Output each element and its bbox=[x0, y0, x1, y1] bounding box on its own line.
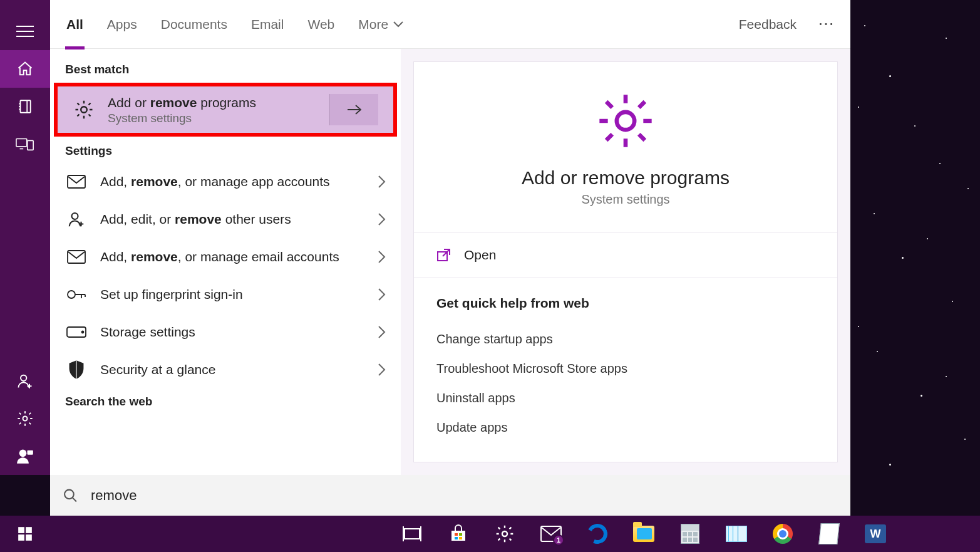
edge-browser-icon[interactable] bbox=[586, 523, 609, 545]
storage-icon bbox=[65, 321, 88, 343]
result-add-remove-programs[interactable]: Add or remove programs System settings bbox=[58, 86, 393, 133]
tab-all[interactable]: All bbox=[65, 13, 85, 36]
start-search-panel: All Apps Documents Email Web More Feedba… bbox=[0, 0, 850, 475]
feedback-link[interactable]: Feedback bbox=[739, 17, 797, 32]
settings-result-2[interactable]: Add, remove, or manage email accounts bbox=[50, 238, 401, 276]
preview-subtitle: System settings bbox=[581, 192, 669, 207]
rail-devices-button[interactable] bbox=[0, 125, 50, 163]
help-link-3[interactable]: Update apps bbox=[436, 413, 815, 442]
svg-rect-20 bbox=[26, 534, 32, 541]
chevron-down-icon bbox=[393, 21, 403, 28]
svg-point-4 bbox=[23, 417, 28, 421]
svg-point-3 bbox=[21, 375, 26, 381]
preview-card: Add or remove programs System settings O… bbox=[413, 61, 838, 462]
preview-help-header: Get quick help from web bbox=[436, 296, 815, 311]
rail-notebook-button[interactable] bbox=[0, 88, 50, 125]
svg-point-5 bbox=[19, 450, 27, 457]
search-icon bbox=[63, 487, 78, 504]
preview-open-action[interactable]: Open bbox=[414, 232, 837, 278]
word-app-icon[interactable]: W bbox=[864, 523, 887, 545]
settings-result-5[interactable]: Security at a glance bbox=[50, 351, 401, 388]
svg-point-13 bbox=[82, 331, 84, 333]
result-subtitle: System settings bbox=[108, 112, 317, 125]
search-input-bar[interactable] bbox=[50, 475, 850, 516]
useradd-icon bbox=[65, 208, 88, 231]
svg-point-7 bbox=[81, 107, 87, 113]
help-link-2[interactable]: Uninstall apps bbox=[436, 383, 815, 413]
result-title: Add or remove programs bbox=[108, 94, 317, 112]
more-options-button[interactable]: ⋯ bbox=[818, 14, 835, 34]
settings-app-icon[interactable] bbox=[493, 523, 516, 545]
search-side-rail bbox=[0, 0, 50, 475]
svg-point-14 bbox=[617, 112, 634, 130]
svg-rect-22 bbox=[455, 533, 458, 536]
svg-rect-19 bbox=[18, 534, 24, 541]
preview-hero: Add or remove programs System settings bbox=[414, 62, 837, 232]
result-title: Security at a glance bbox=[100, 361, 364, 378]
svg-rect-18 bbox=[26, 527, 32, 533]
svg-rect-1 bbox=[16, 139, 27, 147]
chevron-right-icon bbox=[377, 212, 386, 226]
mail-icon bbox=[65, 246, 88, 268]
key-icon bbox=[65, 283, 88, 306]
preview-title: Add or remove programs bbox=[522, 167, 730, 189]
svg-rect-17 bbox=[18, 527, 24, 533]
tab-documents[interactable]: Documents bbox=[160, 13, 229, 36]
chevron-right-icon bbox=[377, 250, 386, 264]
calculator-icon[interactable] bbox=[679, 523, 701, 545]
tab-email[interactable]: Email bbox=[250, 13, 286, 36]
svg-rect-10 bbox=[68, 251, 85, 263]
chevron-right-icon bbox=[377, 288, 386, 301]
chevron-right-icon bbox=[377, 363, 386, 377]
result-preview-pane: Add or remove programs System settings O… bbox=[401, 49, 850, 475]
resource-monitor-icon[interactable] bbox=[725, 523, 748, 545]
microsoft-store-icon[interactable] bbox=[447, 523, 470, 545]
svg-rect-24 bbox=[455, 537, 458, 539]
taskbar-pinned-apps: 1 W bbox=[401, 516, 887, 552]
result-title: Set up fingerprint sign-in bbox=[100, 286, 364, 303]
start-button[interactable] bbox=[0, 516, 50, 552]
rail-profile-button[interactable] bbox=[0, 437, 50, 475]
tab-more[interactable]: More bbox=[357, 13, 405, 36]
open-result-arrow-button[interactable] bbox=[329, 94, 378, 125]
svg-point-26 bbox=[502, 531, 507, 536]
result-title: Add, remove, or manage email accounts bbox=[100, 248, 364, 266]
file-explorer-icon[interactable] bbox=[632, 523, 655, 545]
section-best-match: Best match bbox=[50, 56, 401, 81]
expand-menu-button[interactable] bbox=[0, 13, 50, 50]
rail-home-button[interactable] bbox=[0, 50, 50, 88]
svg-rect-8 bbox=[68, 175, 85, 188]
sticky-notes-icon[interactable] bbox=[818, 523, 840, 545]
task-view-button[interactable] bbox=[401, 523, 423, 545]
search-filter-tabs: All Apps Documents Email Web More Feedba… bbox=[50, 0, 850, 49]
taskbar: 1 W bbox=[0, 516, 980, 552]
section-search-web: Search the web bbox=[50, 388, 401, 414]
preview-open-label: Open bbox=[464, 247, 496, 263]
svg-point-11 bbox=[68, 291, 75, 298]
tab-apps[interactable]: Apps bbox=[106, 13, 138, 36]
help-link-0[interactable]: Change startup apps bbox=[436, 325, 815, 354]
svg-rect-6 bbox=[28, 450, 33, 455]
rail-settings-button[interactable] bbox=[0, 400, 50, 437]
svg-rect-23 bbox=[459, 533, 462, 536]
svg-point-9 bbox=[72, 213, 78, 219]
tab-web[interactable]: Web bbox=[306, 13, 336, 36]
settings-result-3[interactable]: Set up fingerprint sign-in bbox=[50, 276, 401, 313]
chevron-right-icon bbox=[377, 325, 386, 339]
settings-result-0[interactable]: Add, remove, or manage app accounts bbox=[50, 163, 401, 200]
result-title: Add, edit, or remove other users bbox=[100, 211, 364, 228]
settings-result-4[interactable]: Storage settings bbox=[50, 313, 401, 351]
help-link-1[interactable]: Troubleshoot Microsoft Store apps bbox=[436, 354, 815, 383]
search-input[interactable] bbox=[91, 487, 838, 504]
rail-adduser-button[interactable] bbox=[0, 362, 50, 400]
result-title: Storage settings bbox=[100, 323, 364, 341]
settings-result-1[interactable]: Add, edit, or remove other users bbox=[50, 200, 401, 238]
result-title: Add, remove, or manage app accounts bbox=[100, 173, 364, 190]
svg-rect-25 bbox=[459, 537, 462, 539]
mail-app-icon[interactable]: 1 bbox=[540, 523, 562, 545]
section-settings: Settings bbox=[50, 138, 401, 163]
gear-icon bbox=[73, 98, 95, 121]
search-results-list: Best match Add or remove programs System… bbox=[50, 49, 401, 475]
svg-rect-21 bbox=[405, 529, 420, 539]
chrome-browser-icon[interactable] bbox=[771, 523, 794, 545]
